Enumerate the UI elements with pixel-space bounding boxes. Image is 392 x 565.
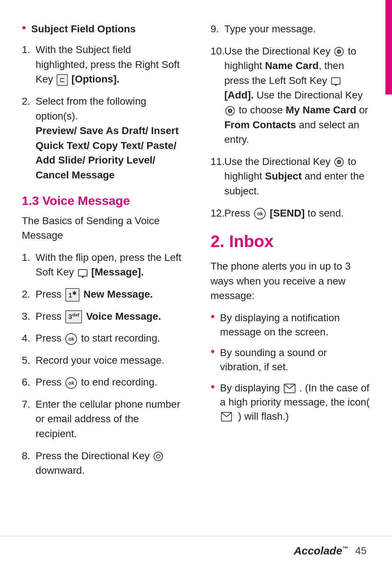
envelope-text: By displaying . (In the case of a high p… — [220, 381, 370, 424]
list-item: 3. Press 3def Voice Message. — [22, 309, 181, 324]
add-label: [Add]. — [224, 89, 254, 101]
list-item: 9. Type your message. — [211, 22, 370, 37]
list-item: 2. Select from the following option(s). … — [22, 94, 181, 183]
accent-bar — [385, 0, 392, 94]
bullet-icon: ● — [22, 23, 26, 32]
inbox-intro: The phone alerts you in up to 3 ways whe… — [211, 259, 370, 303]
inbox-section: 2. Inbox The phone alerts you in up to 3… — [211, 231, 370, 423]
trademark-symbol: ™ — [342, 545, 348, 552]
list-num: 1. — [22, 250, 36, 265]
list-item: 2. Press 1✱ New Message. — [22, 287, 181, 302]
list-content: Press ok [SEND] to send. — [224, 206, 370, 221]
list-item: 1. With the flip open, press the Left So… — [22, 250, 181, 280]
bullet-notification: ● By displaying a notification message o… — [211, 311, 370, 339]
subject-field-heading: Subject Field Options — [31, 22, 136, 36]
list-item: 8. Press the Directional Key downward. — [22, 449, 181, 478]
voice-message-intro: The Basics of Sending a Voice Message — [22, 214, 181, 243]
ok-icon: ok — [65, 377, 77, 389]
list-content: Use the Directional Key to highlight Sub… — [224, 154, 370, 199]
list-num: 4. — [22, 331, 36, 346]
envelope-icon — [284, 384, 295, 393]
list-content: Enter the cellular phone number or email… — [36, 397, 181, 441]
subject-field-section: ● Subject Field Options 1. With the Subj… — [22, 22, 181, 183]
subject-label: Subject — [265, 170, 302, 182]
inbox-heading: 2. Inbox — [211, 231, 370, 251]
options-key-icon: ⊏ — [57, 74, 68, 86]
list-num: 8. — [22, 449, 36, 464]
directional-key-icon — [154, 452, 163, 461]
list-num: 12. — [211, 206, 224, 221]
list-num: 7. — [22, 397, 36, 412]
left-column: ● Subject Field Options 1. With the Subj… — [22, 22, 189, 507]
list-item: 6. Press ok to end recording. — [22, 375, 181, 390]
subject-options-list: 1. With the Subject field highlighted, p… — [22, 43, 181, 182]
directional-key-icon3 — [334, 157, 344, 167]
list-content: Press ok to start recording. — [36, 331, 181, 346]
directional-key-icon — [334, 47, 344, 56]
ok-icon: ok — [65, 333, 77, 345]
inbox-bullets: ● By displaying a notification message o… — [211, 311, 370, 423]
list-num: 11. — [211, 154, 224, 169]
sound-text: By sounding a sound or vibration, if set… — [220, 346, 370, 374]
brand-name: Accolade™ — [294, 545, 348, 557]
list-item: 5. Record your voice message. — [22, 353, 181, 368]
list-content: Press ok to end recording. — [36, 375, 181, 390]
list-num: 3. — [22, 309, 36, 324]
list-content: Press 1✱ New Message. — [36, 287, 181, 302]
voice-steps-list: 1. With the flip open, press the Left So… — [22, 250, 181, 478]
voice-message-section: 1.3 Voice Message The Basics of Sending … — [22, 194, 181, 478]
list-item: 12. Press ok [SEND] to send. — [211, 206, 370, 221]
ok-send-icon: ok — [254, 208, 266, 219]
softkey-icon — [78, 269, 87, 277]
svg-text:⚡: ⚡ — [232, 412, 234, 417]
footer: Accolade™ 45 — [0, 536, 392, 565]
list-num: 1. — [22, 43, 36, 57]
list-content: Press the Directional Key downward. — [36, 449, 181, 478]
page-number: 45 — [355, 545, 367, 557]
directional-key-icon2 — [225, 106, 235, 116]
list-content: Type your message. — [224, 22, 370, 37]
1new-icon: 1✱ — [65, 288, 79, 302]
page-content: ● Subject Field Options 1. With the Subj… — [0, 0, 392, 536]
brand-text: Accolade — [294, 545, 342, 557]
voice-message-label: Voice Message. — [86, 311, 161, 322]
list-content: Use the Directional Key to highlight Nam… — [224, 44, 370, 147]
from-contacts-label: From Contacts — [224, 119, 296, 130]
list-item: 7. Enter the cellular phone number or em… — [22, 397, 181, 441]
list-content: Record your voice message. — [36, 353, 181, 368]
subject-field-bullet: ● Subject Field Options — [22, 22, 181, 36]
send-label: [SEND] — [270, 207, 305, 219]
bullet-icon: ● — [211, 382, 215, 391]
voice-message-heading: 1.3 Voice Message — [22, 194, 181, 208]
softkey-icon — [331, 77, 340, 85]
list-num: 10. — [211, 44, 224, 59]
options-list-bold: Preview/ Save As Draft/ Insert Quick Tex… — [36, 125, 179, 181]
3voice-icon: 3def — [65, 310, 82, 323]
list-content: With the flip open, press the Left Soft … — [36, 250, 181, 280]
right-steps-list: 9. Type your message. 10. Use the Direct… — [211, 22, 370, 221]
my-name-card-label: My Name Card — [286, 104, 356, 116]
notification-text: By displaying a notification message on … — [220, 311, 370, 339]
bullet-icon: ● — [211, 347, 215, 355]
new-message-label: New Message. — [83, 288, 153, 300]
bullet-envelope: ● By displaying . (In the case of a high… — [211, 381, 370, 424]
bullet-icon: ● — [211, 312, 215, 320]
list-item: 1. With the Subject field highlighted, p… — [22, 43, 181, 87]
right-column: 9. Type your message. 10. Use the Direct… — [203, 22, 370, 507]
list-content: Press 3def Voice Message. — [36, 309, 181, 324]
envelope-flash-icon: ⚡ — [221, 412, 234, 422]
name-card-label: Name Card — [265, 60, 319, 71]
list-num: 2. — [22, 287, 36, 302]
list-num: 2. — [22, 94, 36, 109]
list-num: 9. — [211, 22, 224, 37]
list-content: With the Subject field highlighted, pres… — [36, 43, 181, 87]
list-item: 10. Use the Directional Key to highlight… — [211, 44, 370, 147]
list-num: 5. — [22, 353, 36, 368]
bullet-sound: ● By sounding a sound or vibration, if s… — [211, 346, 370, 374]
list-item: 11. Use the Directional Key to highlight… — [211, 154, 370, 199]
list-content: Select from the following option(s). Pre… — [36, 94, 181, 183]
message-label: [Message]. — [91, 266, 144, 278]
options-label: [Options]. — [72, 73, 119, 85]
list-item: 4. Press ok to start recording. — [22, 331, 181, 346]
list-num: 6. — [22, 375, 36, 390]
